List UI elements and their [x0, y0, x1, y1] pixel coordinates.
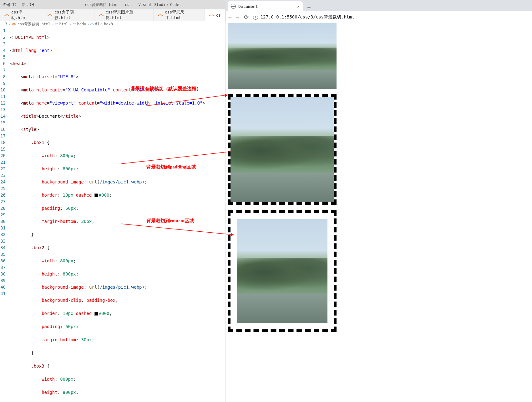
tab-title: Document	[238, 4, 258, 9]
tag-icon: ⬭	[55, 22, 58, 26]
tab-repeat[interactable]: <>css背景图片重复.html	[94, 9, 154, 21]
color-swatch-icon	[94, 312, 98, 316]
browser-tab[interactable]: Document ✕	[228, 1, 303, 11]
browser-toolbar: ← → ⟳ i 127.0.0.1:5500/css/3/css背景裁切.htm…	[226, 11, 532, 23]
html-icon: <>	[12, 22, 16, 26]
breadcrumb[interactable]: › 3 › <> css背景裁切.html › ⬭ html › ⬭ body …	[0, 21, 225, 28]
tab-float[interactable]: <>css浮动.html	[0, 9, 43, 21]
vscode-window: 终端(T) 帮助(H) css背景裁切.html - css - Visual …	[0, 0, 226, 402]
preview-box2	[228, 94, 337, 205]
chevron-right-icon: ›	[2, 23, 4, 26]
preview-box3	[228, 210, 337, 332]
chevron-right-icon: ›	[52, 23, 54, 26]
tab-size[interactable]: <>css背景尺寸.html	[154, 9, 205, 21]
close-icon[interactable]: ✕	[297, 4, 300, 9]
browser-tab-strip: Document ✕ +	[226, 0, 532, 11]
chevron-right-icon: ›	[87, 23, 89, 26]
code-editor[interactable]: 1234567891011121314151617181920212223242…	[0, 28, 225, 402]
html-icon: <>	[48, 13, 53, 18]
page-viewport[interactable]	[226, 23, 532, 402]
html-icon: <>	[209, 13, 214, 18]
html-icon: <>	[158, 13, 163, 18]
info-icon[interactable]: i	[253, 15, 258, 20]
line-numbers: 1234567891011121314151617181920212223242…	[0, 28, 9, 402]
annotation-2: 背景裁切到padding区域	[146, 164, 196, 170]
html-icon: <>	[4, 13, 9, 18]
html-icon: <>	[99, 13, 104, 18]
window-title: css背景裁切.html - css - Visual Studio Code	[38, 2, 225, 8]
back-button[interactable]: ←	[228, 14, 232, 20]
tab-clip[interactable]: <>cs	[205, 9, 225, 21]
chevron-right-icon: ›	[69, 23, 71, 26]
title-bar: 终端(T) 帮助(H) css背景裁切.html - css - Visual …	[0, 0, 225, 9]
tag-icon: ⬭	[73, 22, 76, 26]
tab-shadow[interactable]: <>css盒子阴影.html	[43, 9, 94, 21]
annotation-1: 背景没有被裁切（默认覆盖边框）	[131, 85, 201, 92]
reload-button[interactable]: ⟳	[244, 14, 249, 20]
menu-terminal[interactable]: 终端(T)	[0, 2, 19, 8]
address-bar[interactable]: i 127.0.0.1:5500/css/3/css背景裁切.html	[253, 14, 529, 20]
code-area[interactable]: <!DOCTYPE html> <html lang="en"> <head> …	[9, 28, 225, 402]
new-tab-button[interactable]: +	[305, 3, 313, 11]
preview-box1	[228, 23, 337, 89]
url-text: 127.0.0.1:5500/css/3/css背景裁切.html	[261, 14, 354, 20]
chevron-right-icon: ›	[8, 23, 10, 26]
annotation-3: 背景裁切到content区域	[146, 218, 194, 224]
color-swatch-icon	[94, 193, 98, 197]
menu-help[interactable]: 帮助(H)	[19, 2, 39, 8]
browser-window: Document ✕ + ← → ⟳ i 127.0.0.1:5500/css/…	[226, 0, 532, 402]
tag-icon: ⬭	[90, 22, 94, 26]
forward-button[interactable]: →	[236, 14, 240, 20]
editor-tabs: <>css浮动.html <>css盒子阴影.html <>css背景图片重复.…	[0, 9, 225, 21]
globe-icon	[231, 4, 236, 9]
